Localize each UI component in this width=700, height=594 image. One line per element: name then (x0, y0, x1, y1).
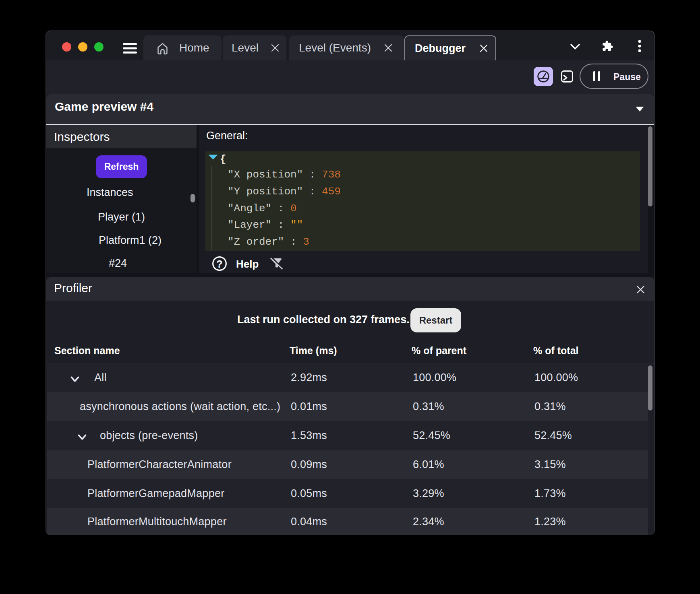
svg-text:?: ? (216, 258, 222, 270)
